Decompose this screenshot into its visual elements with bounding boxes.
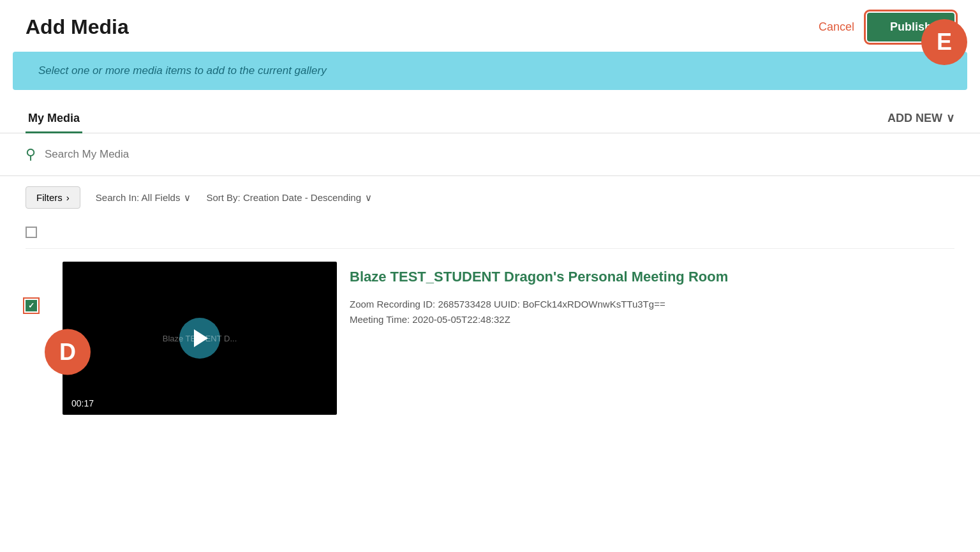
tab-my-media[interactable]: My Media: [26, 105, 82, 133]
media-title[interactable]: Blaze TEST_STUDENT Dragon's Personal Mee…: [350, 268, 954, 287]
search-in-label: Search In: All Fields: [96, 192, 181, 203]
header-actions: Cancel Publish E: [819, 13, 954, 41]
media-meta-line2: Meeting Time: 2020-05-05T22:48:32Z: [350, 312, 954, 327]
chevron-down-icon: ∨: [365, 192, 372, 204]
media-meta: Zoom Recording ID: 2685733428 UUID: BoFC…: [350, 297, 954, 327]
media-list: D Blaze TE... ENT D... 00:17 Blaze TEST_…: [0, 219, 980, 428]
chevron-down-icon: ∨: [946, 111, 954, 125]
sort-by-dropdown[interactable]: Sort By: Creation Date - Descending ∨: [206, 192, 372, 204]
play-button[interactable]: [179, 318, 220, 359]
media-meta-line1: Zoom Recording ID: 2685733428 UUID: BoFC…: [350, 297, 954, 312]
chevron-down-icon: ∨: [184, 192, 191, 204]
table-row: D Blaze TE... ENT D... 00:17 Blaze TEST_…: [26, 249, 954, 428]
add-new-label: ADD NEW: [887, 112, 942, 125]
user-avatar: E: [921, 19, 967, 65]
item-checkbox-area: [26, 262, 37, 311]
media-info: Blaze TEST_STUDENT Dragon's Personal Mee…: [350, 262, 954, 327]
sort-by-label: Sort By: Creation Date - Descending: [206, 192, 361, 203]
select-all-row: [26, 219, 954, 249]
filters-label: Filters: [36, 192, 63, 203]
tabs-area: My Media ADD NEW ∨: [0, 105, 980, 133]
filters-button[interactable]: Filters ›: [26, 186, 80, 209]
add-new-button[interactable]: ADD NEW ∨: [887, 111, 954, 133]
info-banner-text: Select one or more media items to add to…: [38, 64, 327, 77]
search-in-dropdown[interactable]: Search In: All Fields ∨: [96, 192, 191, 204]
filters-row: Filters › Search In: All Fields ∨ Sort B…: [0, 176, 980, 219]
item-checkbox[interactable]: [26, 300, 37, 311]
search-input[interactable]: [45, 148, 954, 161]
select-all-checkbox[interactable]: [26, 227, 37, 238]
chevron-right-icon: ›: [66, 192, 70, 203]
search-area: ⚲: [0, 133, 980, 176]
page-title: Add Media: [26, 15, 129, 39]
search-icon: ⚲: [26, 146, 36, 163]
video-thumbnail: Blaze TE... ENT D... 00:17: [63, 262, 337, 415]
video-duration: 00:17: [71, 398, 94, 408]
cancel-button[interactable]: Cancel: [819, 20, 854, 34]
header: Add Media Cancel Publish E: [0, 0, 980, 52]
user-avatar-d: D: [45, 329, 91, 375]
play-icon: [194, 329, 208, 347]
info-banner: Select one or more media items to add to…: [13, 52, 967, 90]
